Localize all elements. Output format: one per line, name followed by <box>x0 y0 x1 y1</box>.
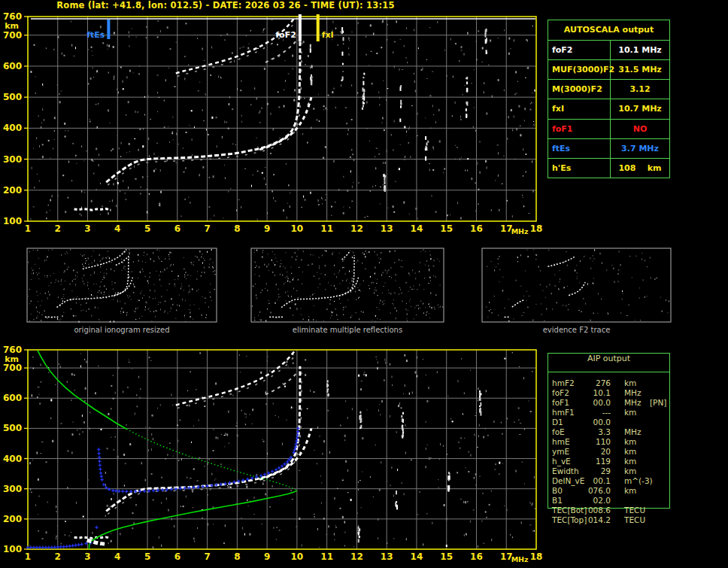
autoscala-row-label: M(3000)F2 <box>548 80 611 99</box>
marker-ftEs: ftEs <box>86 20 110 40</box>
svg-text:4: 4 <box>114 551 120 562</box>
aip-cell-u: TECU <box>624 515 645 524</box>
aip-cell-l: Ewidth <box>552 466 579 475</box>
svg-text:16: 16 <box>470 223 483 234</box>
aip-cell-l: hmE <box>552 437 570 446</box>
bottom-ionogram-plot: 760700600500400300200100km12345678910111… <box>3 345 542 563</box>
svg-text:1: 1 <box>25 223 31 234</box>
aip-row-B1: B102.0 <box>548 496 724 506</box>
aip-cell-u: km <box>624 486 636 495</box>
aip-row-Ewidth: Ewidth29km <box>548 466 724 476</box>
aip-row-hvE: h_vE119km <box>548 457 724 466</box>
marker-bar-foF2 <box>299 14 302 41</box>
svg-text:1: 1 <box>25 551 31 562</box>
svg-text:12: 12 <box>350 551 363 562</box>
x-axis-labels: 123456789101112131415161718MHz <box>25 223 543 235</box>
svg-text:6: 6 <box>174 551 180 562</box>
aip-cell-l: hmF1 <box>552 408 575 417</box>
aip-cell-u: TECU <box>624 506 645 515</box>
y-axis-labels: 760700600500400300200100km <box>3 11 28 226</box>
autoscala-row-label: MUF(3000)F2 <box>548 60 611 79</box>
svg-text:15: 15 <box>440 551 453 562</box>
aip-cell-u: km <box>624 408 636 417</box>
svg-text:18: 18 <box>530 551 543 562</box>
svg-text:12: 12 <box>350 223 363 234</box>
svg-text:400: 400 <box>3 123 22 133</box>
aip-cell-l: foF2 <box>552 388 569 397</box>
trace-profile_mid <box>126 429 297 491</box>
thumbnail-3 <box>482 248 671 322</box>
autoscala-row-hEs: h'Es108 km <box>548 159 669 178</box>
svg-text:MHz: MHz <box>511 555 529 563</box>
svg-text:700: 700 <box>3 30 22 41</box>
svg-text:MHz: MHz <box>511 227 529 235</box>
svg-text:700: 700 <box>3 363 22 373</box>
aip-cell-v: 076.0 <box>576 486 611 495</box>
svg-text:9: 9 <box>264 223 270 234</box>
autoscala-row-fxI: fxI10.7 MHz <box>548 99 669 119</box>
svg-text:500: 500 <box>3 423 22 433</box>
aip-cell-v: 008.6 <box>576 506 611 515</box>
aip-cell-v: 00.0 <box>576 418 611 427</box>
autoscala-row-foF1: foF1NO <box>548 120 669 139</box>
svg-text:11: 11 <box>320 223 333 234</box>
aip-cell-v: 29 <box>576 466 611 475</box>
marker-label-fxI: fxI <box>322 30 334 40</box>
trace-profile_bot <box>89 491 297 549</box>
grid-lines <box>28 17 536 221</box>
autoscala-row-label: foF1 <box>548 120 611 138</box>
svg-text:13: 13 <box>381 551 393 562</box>
aip-cell-l: h_vE <box>552 457 571 466</box>
aip-table-header: AIP output <box>548 354 669 372</box>
aip-table-rows: hmF2276kmfoF210.1MHzfoF100.0MHz[PN]hmF1-… <box>548 378 724 525</box>
aip-cell-l: B0 <box>552 486 563 495</box>
svg-text:14: 14 <box>411 223 423 234</box>
y-axis-labels: 760700600500400300200100km <box>3 345 28 554</box>
autoscala-row-M3000F2: M(3000)F23.12 <box>548 80 669 99</box>
aip-cell-v: --- <box>576 408 611 417</box>
trace-f2o <box>106 366 300 512</box>
svg-text:300: 300 <box>3 484 22 494</box>
aip-cell-l: foE <box>552 427 565 436</box>
autoscala-output-table: AUTOSCALA output foF210.1 MHzMUF(3000)F2… <box>548 20 670 178</box>
aip-cell-v: 10.1 <box>576 388 611 397</box>
aip-cell-u: km <box>624 378 636 387</box>
thumbnail-2 <box>251 248 444 323</box>
aip-cell-u: m^(-3) <box>624 476 653 485</box>
thumbnail-caption-evidence: evidence F2 trace <box>482 326 671 335</box>
aip-cell-u: MHz <box>624 388 641 397</box>
autoscala-row-value: 10.1 MHz <box>611 41 669 59</box>
trace-es <box>74 537 111 539</box>
aip-cell-u: km <box>624 437 636 446</box>
svg-text:11: 11 <box>320 551 333 562</box>
aip-row-foF1: foF100.0MHz[PN] <box>548 398 724 408</box>
svg-text:6: 6 <box>174 223 180 234</box>
marker-bar-fxI <box>317 14 320 41</box>
trace-hop2x <box>265 373 297 395</box>
aip-cell-v: 20 <box>576 447 611 456</box>
svg-text:km: km <box>5 21 19 31</box>
trace-restored_f <box>97 427 300 493</box>
thumbnail-caption-original: original ionogram resized <box>27 326 217 335</box>
autoscala-row-value: 108 km <box>611 159 669 178</box>
aip-cell-e: [PN] <box>650 398 666 407</box>
svg-text:760: 760 <box>3 345 22 355</box>
marker-bar-ftEs <box>107 20 110 39</box>
marker-label-ftEs: ftEs <box>86 30 105 40</box>
x-axis-labels: 123456789101112131415161718MHz <box>25 551 543 563</box>
svg-text:10: 10 <box>291 223 304 234</box>
aip-row-TECTop: TEC[Top]014.2TECU <box>548 515 724 525</box>
aip-row-hmE: hmE110km <box>548 437 724 447</box>
autoscala-row-label: foF2 <box>548 41 611 59</box>
svg-text:18: 18 <box>530 223 543 234</box>
svg-text:5: 5 <box>144 551 150 562</box>
aip-row-DelNvE: DelN_vE00.1m^(-3) <box>548 476 724 486</box>
aip-row-ymE: ymE20km <box>548 447 724 457</box>
svg-text:5: 5 <box>144 223 150 234</box>
svg-text:100: 100 <box>3 216 22 226</box>
svg-text:100: 100 <box>3 544 22 554</box>
aip-cell-v: 276 <box>576 378 611 387</box>
aip-row-B0: B0076.0km <box>548 486 724 496</box>
svg-text:4: 4 <box>114 223 120 234</box>
autoscala-table-header: AUTOSCALA output <box>548 20 669 41</box>
